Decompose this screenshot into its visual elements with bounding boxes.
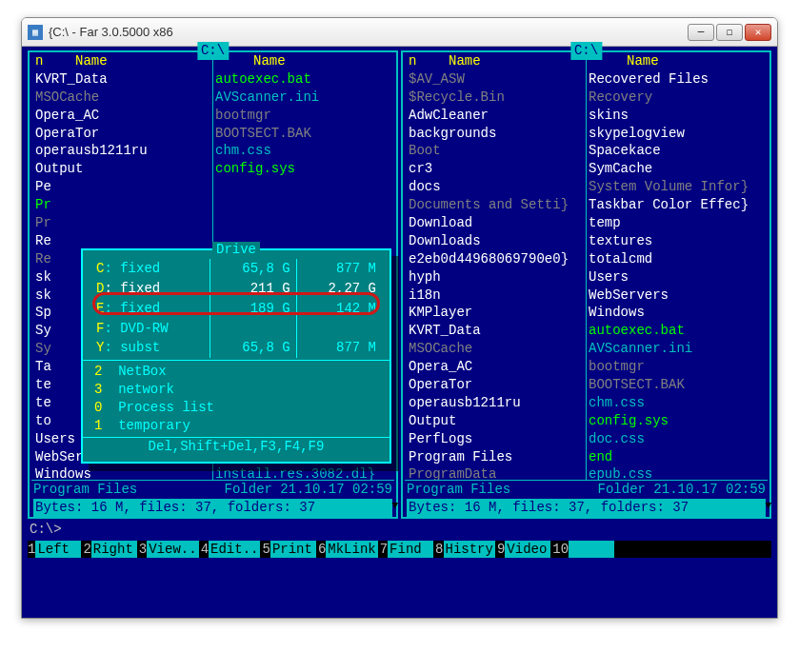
- list-item[interactable]: skins: [589, 107, 764, 125]
- drive-row[interactable]: C: fixed65,8 G877 M: [90, 259, 382, 279]
- command-prompt[interactable]: C:\>: [28, 519, 771, 541]
- drive-plugin-item[interactable]: 1 temporary: [94, 417, 378, 435]
- list-item[interactable]: AVScanner.ini: [215, 89, 390, 107]
- list-item[interactable]: operausb1211ru: [35, 142, 210, 160]
- keybar-label[interactable]: Right: [91, 541, 137, 559]
- list-item[interactable]: i18n: [409, 287, 584, 305]
- list-item[interactable]: System Volume Infor}: [589, 178, 764, 196]
- drive-select-dialog[interactable]: Drive C: fixed65,8 G877 MD: fixed211 G2,…: [81, 248, 391, 464]
- list-item[interactable]: operausb1211ru: [409, 394, 584, 412]
- list-item[interactable]: totalcmd: [589, 250, 764, 268]
- keybar-label[interactable]: Print: [270, 541, 316, 559]
- list-item[interactable]: hyph: [409, 268, 584, 287]
- keybar-label[interactable]: MkLink: [326, 541, 377, 559]
- list-item[interactable]: chm.css: [589, 394, 764, 412]
- list-item[interactable]: [215, 196, 390, 214]
- keybar-label[interactable]: [569, 541, 614, 559]
- keybar-num: 2: [83, 541, 90, 559]
- list-item[interactable]: OperaTor: [409, 376, 584, 394]
- scroll-down-icon[interactable]: ▼: [391, 499, 398, 513]
- drive-row[interactable]: Y: subst65,8 G877 M: [90, 338, 382, 358]
- keybar-label[interactable]: Find: [388, 541, 433, 559]
- keybar-label[interactable]: Histry: [444, 541, 495, 559]
- list-item[interactable]: Download: [409, 214, 584, 232]
- drive-plugin-item[interactable]: 0 Process list: [94, 399, 378, 417]
- list-item[interactable]: docs: [409, 178, 584, 196]
- list-item[interactable]: Windows: [589, 304, 764, 322]
- list-item[interactable]: Pr: [35, 214, 210, 232]
- minimize-button[interactable]: ─: [688, 24, 714, 41]
- list-item[interactable]: Downloads: [409, 232, 584, 250]
- maximize-button[interactable]: ☐: [716, 24, 743, 41]
- drive-hint: Del,Shift+Del,F3,F4,F9: [83, 437, 390, 456]
- list-item[interactable]: WebServers: [589, 287, 764, 305]
- list-item[interactable]: autoexec.bat: [215, 70, 390, 89]
- list-item[interactable]: autoexec.bat: [589, 322, 764, 340]
- drive-plugin-item[interactable]: 3 network: [94, 381, 378, 399]
- list-item[interactable]: bootmgr: [589, 358, 764, 376]
- list-item[interactable]: AVScanner.ini: [589, 340, 764, 358]
- keybar-num: 7: [380, 541, 388, 559]
- list-item[interactable]: OperaTor: [35, 125, 210, 143]
- list-item[interactable]: textures: [589, 232, 764, 250]
- list-item[interactable]: Program Files: [409, 448, 584, 466]
- list-item[interactable]: MSOCache: [35, 89, 210, 107]
- keybar-label[interactable]: Left: [35, 541, 81, 559]
- list-item[interactable]: Pr: [35, 196, 210, 214]
- list-item[interactable]: $AV_ASW: [409, 70, 584, 89]
- list-item[interactable]: $Recycle.Bin: [409, 89, 584, 107]
- list-item[interactable]: Boot: [409, 142, 584, 160]
- list-item[interactable]: doc.css: [589, 430, 764, 448]
- right-panel[interactable]: C:\ n Name Name $AV_ASW$Recycle.BinAdwCl…: [401, 50, 771, 519]
- list-item[interactable]: PerfLogs: [409, 430, 584, 448]
- list-item[interactable]: Opera_AC: [35, 107, 210, 125]
- list-item[interactable]: Opera_AC: [409, 358, 584, 376]
- list-item[interactable]: MSOCache: [409, 340, 584, 358]
- list-item[interactable]: BOOTSECT.BAK: [215, 125, 390, 143]
- keybar-num: 8: [435, 541, 443, 559]
- keybar-label[interactable]: Video: [505, 541, 550, 559]
- list-item[interactable]: Documents and Setti}: [409, 196, 584, 214]
- list-item[interactable]: epub.css: [589, 465, 764, 479]
- list-item[interactable]: install.res.3082.dl}: [215, 465, 390, 479]
- drive-plugin-item[interactable]: 2 NetBox: [94, 363, 378, 381]
- list-item[interactable]: [215, 214, 390, 232]
- list-item[interactable]: bootmgr: [215, 107, 390, 125]
- scroll-down-icon[interactable]: ▼: [765, 499, 771, 513]
- list-item[interactable]: Recovered Files: [589, 70, 764, 89]
- list-item[interactable]: Output: [35, 160, 210, 178]
- list-item[interactable]: ProgramData: [409, 465, 584, 479]
- list-item[interactable]: AdwCleaner: [409, 107, 584, 125]
- list-item[interactable]: temp: [589, 214, 764, 232]
- keybar-label[interactable]: View..: [147, 541, 198, 559]
- list-item[interactable]: Pe: [35, 178, 210, 196]
- list-item[interactable]: Spacekace: [589, 142, 764, 160]
- list-item[interactable]: cr3: [409, 160, 584, 178]
- list-item[interactable]: backgrounds: [409, 125, 584, 143]
- keybar: 1Left 2Right 3View..4Edit..5Print 6MkLin…: [28, 541, 771, 559]
- list-item[interactable]: Users: [589, 268, 764, 287]
- titlebar[interactable]: {C:\ - Far 3.0.5000 x86 ─ ☐ ✕: [22, 18, 777, 47]
- list-item[interactable]: KVRT_Data: [35, 70, 210, 89]
- terminal-area: C:\ n Name Name KVRT_DataMSOCacheOpera_A…: [22, 47, 777, 618]
- list-item[interactable]: end: [589, 448, 764, 466]
- drive-row[interactable]: D: fixed211 G2,27 G: [90, 279, 382, 299]
- list-item[interactable]: config.sys: [589, 412, 764, 430]
- list-item[interactable]: Recovery: [589, 89, 764, 107]
- list-item[interactable]: e2eb0d44968069790e0}: [409, 250, 584, 268]
- drive-row[interactable]: F: DVD-RW: [90, 319, 382, 339]
- list-item[interactable]: config.sys: [215, 160, 390, 178]
- list-item[interactable]: Output: [409, 412, 584, 430]
- list-item[interactable]: KMPlayer: [409, 304, 584, 322]
- list-item[interactable]: KVRT_Data: [409, 322, 584, 340]
- list-item[interactable]: Taskbar Color Effec}: [589, 196, 764, 214]
- close-button[interactable]: ✕: [745, 24, 771, 41]
- list-item[interactable]: SymCache: [589, 160, 764, 178]
- keybar-label[interactable]: Edit..: [209, 541, 260, 559]
- list-item[interactable]: BOOTSECT.BAK: [589, 376, 764, 394]
- list-item[interactable]: chm.css: [215, 142, 390, 160]
- drive-row[interactable]: E: fixed189 G142 M: [90, 299, 382, 319]
- list-item[interactable]: skypelogview: [589, 125, 764, 143]
- list-item[interactable]: [215, 178, 390, 196]
- list-item[interactable]: Windows: [35, 465, 210, 479]
